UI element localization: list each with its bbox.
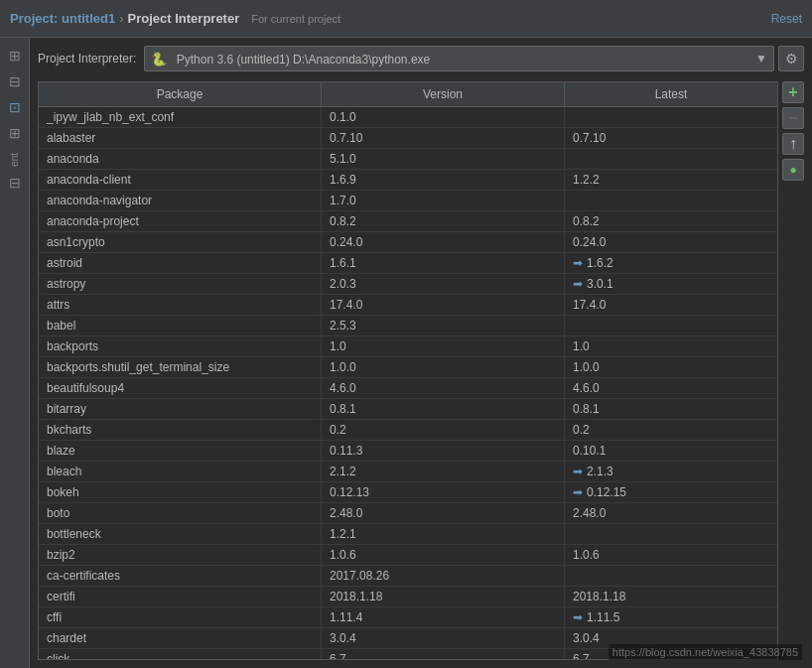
table-row[interactable]: beautifulsoup44.6.04.6.0 <box>39 378 777 399</box>
upgrade-button[interactable]: ↑ <box>782 133 804 155</box>
table-row[interactable]: cffi1.11.4➡ 1.11.5 <box>39 607 777 628</box>
sidebar-icon-4[interactable]: ⊟ <box>5 173 25 193</box>
table-row[interactable]: anaconda-client1.6.91.2.2 <box>39 170 777 191</box>
package-name: astroid <box>39 253 322 273</box>
sidebar-icon-2[interactable]: ⊟ <box>5 71 25 91</box>
table-row[interactable]: anaconda5.1.0 <box>39 149 777 170</box>
package-version: 5.1.0 <box>322 149 565 169</box>
right-actions: + − ↑ ● <box>782 81 804 660</box>
package-version: 1.7.0 <box>322 191 565 210</box>
package-version: 0.1.0 <box>322 107 565 127</box>
table-row[interactable]: attrs17.4.017.4.0 <box>39 295 777 316</box>
table-row[interactable]: backports1.01.0 <box>39 336 777 357</box>
top-bar: Project: untitled1 › Project Interpreter… <box>0 0 812 38</box>
package-name: cffi <box>39 607 322 627</box>
latest-version: 1.6.2 <box>587 256 613 270</box>
table-row[interactable]: babel2.5.3 <box>39 316 777 336</box>
package-latest: 0.2 <box>565 420 777 440</box>
table-row[interactable]: anaconda-navigator1.7.0 <box>39 191 777 211</box>
package-name: babel <box>39 316 322 335</box>
package-latest <box>565 149 777 169</box>
sidebar-label: ent <box>9 153 20 167</box>
package-version: 4.6.0 <box>322 378 565 398</box>
package-latest: 0.24.0 <box>565 232 777 252</box>
package-name: chardet <box>39 628 322 648</box>
table-row[interactable]: astroid1.6.1➡ 1.6.2 <box>39 253 777 274</box>
table-body: _ipyw_jlab_nb_ext_conf0.1.0alabaster0.7.… <box>39 107 777 659</box>
package-latest <box>565 107 777 127</box>
table-header: Package Version Latest <box>39 82 777 107</box>
package-version: 2.5.3 <box>322 316 565 335</box>
package-version: 3.0.4 <box>322 628 565 648</box>
package-name: click <box>39 649 322 659</box>
package-version: 2.1.2 <box>322 462 565 481</box>
table-row[interactable]: backports.shutil_get_terminal_size1.0.01… <box>39 357 777 378</box>
package-version: 1.0 <box>322 336 565 356</box>
package-latest: 17.4.0 <box>565 295 777 315</box>
table-row[interactable]: bottleneck1.2.1 <box>39 524 777 545</box>
package-version: 1.11.4 <box>322 607 565 627</box>
python-icon: 🐍 <box>151 52 167 67</box>
update-arrow-icon: ➡ <box>573 256 583 270</box>
table-row[interactable]: asn1crypto0.24.00.24.0 <box>39 232 777 253</box>
package-latest: ➡ 2.1.3 <box>565 462 777 481</box>
package-latest: ➡ 3.0.1 <box>565 274 777 294</box>
package-name: anaconda-navigator <box>39 191 322 210</box>
package-version: 0.7.10 <box>322 128 565 148</box>
gear-icon: ⚙ <box>785 51 798 67</box>
table-row[interactable]: anaconda-project0.8.20.8.2 <box>39 211 777 232</box>
package-version: 2.48.0 <box>322 503 565 523</box>
column-latest: Latest <box>565 82 777 106</box>
package-latest: 0.10.1 <box>565 441 777 461</box>
column-version: Version <box>322 82 565 106</box>
package-name: ca-certificates <box>39 566 322 586</box>
package-name: attrs <box>39 295 322 315</box>
package-latest <box>565 316 777 335</box>
sidebar-icon-3[interactable]: ⊞ <box>5 123 25 143</box>
latest-version: 2.1.3 <box>587 465 613 478</box>
project-name[interactable]: Project: untitled1 <box>10 11 115 26</box>
update-arrow-icon: ➡ <box>573 465 583 478</box>
table-row[interactable]: alabaster0.7.100.7.10 <box>39 128 777 149</box>
breadcrumb: Project: untitled1 › Project Interpreter… <box>10 11 340 26</box>
package-name: alabaster <box>39 128 322 148</box>
package-name: anaconda <box>39 149 322 169</box>
column-package: Package <box>39 82 322 106</box>
package-latest: 1.2.2 <box>565 170 777 190</box>
package-version: 17.4.0 <box>322 295 565 315</box>
add-package-button[interactable]: + <box>782 81 804 103</box>
table-row[interactable]: blaze0.11.30.10.1 <box>39 441 777 462</box>
package-version: 0.2 <box>322 420 565 440</box>
package-latest: 4.6.0 <box>565 378 777 398</box>
package-latest: 1.0.0 <box>565 357 777 377</box>
table-row[interactable]: bzip21.0.61.0.6 <box>39 545 777 566</box>
gear-button[interactable]: ⚙ <box>778 46 804 71</box>
update-arrow-icon: ➡ <box>573 610 583 624</box>
table-row[interactable]: bokeh0.12.13➡ 0.12.15 <box>39 482 777 503</box>
package-name: astropy <box>39 274 322 294</box>
table-row[interactable]: boto2.48.02.48.0 <box>39 503 777 524</box>
package-name: asn1crypto <box>39 232 322 252</box>
up-icon: ↑ <box>789 135 797 153</box>
interpreter-dropdown[interactable]: 🐍 Python 3.6 (untitled1) D:\Anaconda3\py… <box>144 46 774 71</box>
status-icon: ● <box>789 163 796 177</box>
table-row[interactable]: astropy2.0.3➡ 3.0.1 <box>39 274 777 295</box>
sidebar-icon-1[interactable]: ⊞ <box>5 46 25 66</box>
package-latest: 0.8.1 <box>565 399 777 419</box>
update-arrow-icon: ➡ <box>573 485 583 499</box>
package-name: bkcharts <box>39 420 322 440</box>
table-row[interactable]: bkcharts0.20.2 <box>39 420 777 441</box>
table-row[interactable]: _ipyw_jlab_nb_ext_conf0.1.0 <box>39 107 777 128</box>
table-row[interactable]: certifi2018.1.182018.1.18 <box>39 587 777 607</box>
package-latest: 1.0.6 <box>565 545 777 565</box>
remove-package-button[interactable]: − <box>782 107 804 129</box>
sidebar-icon-active[interactable]: ⊡ <box>5 97 25 117</box>
table-row[interactable]: bleach2.1.2➡ 2.1.3 <box>39 462 777 482</box>
reset-button[interactable]: Reset <box>771 12 802 26</box>
table-row[interactable]: bitarray0.8.10.8.1 <box>39 399 777 420</box>
table-row[interactable]: ca-certificates2017.08.26 <box>39 566 777 587</box>
package-version: 1.0.0 <box>322 357 565 377</box>
package-latest: ➡ 1.11.5 <box>565 607 777 627</box>
status-button[interactable]: ● <box>782 159 804 181</box>
package-latest: 0.7.10 <box>565 128 777 148</box>
